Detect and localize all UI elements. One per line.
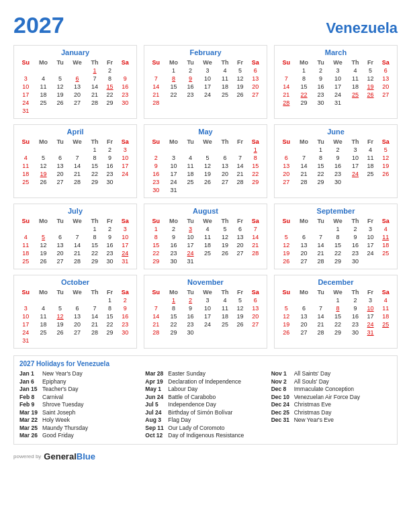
calendar-day: 29	[103, 328, 117, 337]
calendar-day	[247, 328, 263, 337]
month-block-june: JuneSuMoTuWeThFrSa1234567891011121314151…	[274, 124, 398, 198]
calendar-day	[117, 107, 133, 115]
calendar-day: 30	[347, 257, 363, 265]
holiday-date: Mar 25	[19, 425, 40, 431]
calendar-day	[198, 146, 218, 154]
calendar-day	[165, 99, 183, 107]
calendar-day: 7	[87, 75, 103, 83]
calendar-day	[34, 296, 53, 304]
calendar-day	[53, 296, 68, 304]
calendar-day: 8	[148, 233, 165, 241]
calendar-day	[53, 107, 68, 115]
calendar-day: 1	[247, 146, 263, 154]
month-title: April	[17, 128, 133, 136]
powered-by-text: powered by	[13, 453, 41, 459]
calendar-day	[233, 146, 247, 154]
holiday-column-0: Jan 1New Year's DayJan 6EpiphanyJan 15Te…	[19, 370, 140, 440]
calendar-day: 18	[34, 320, 53, 328]
month-block-may: MaySuMoTuWeThFrSa12345678910111213141516…	[144, 124, 267, 198]
calendar-day: 27	[68, 99, 87, 107]
holiday-column-2: Nov 1All Saints' DayNov 2All Souls' DayD…	[271, 370, 392, 440]
calendar-day: 1	[314, 146, 328, 154]
calendar-day: 4	[198, 225, 218, 233]
calendar-day: 5	[278, 233, 295, 241]
calendar-day: 13	[247, 304, 263, 312]
footer: powered by GeneralBlue	[13, 451, 398, 461]
calendar-day: 31	[183, 257, 198, 265]
calendar-day: 23	[103, 170, 117, 178]
holiday-item: Mar 25Maundy Thursday	[19, 425, 140, 431]
calendar-day	[34, 146, 53, 154]
calendar-day	[247, 257, 263, 265]
calendar-table: SuMoTuWeThFrSa12345678910111213141516171…	[278, 138, 394, 186]
calendar-day: 13	[377, 75, 394, 83]
calendar-day: 12	[34, 241, 53, 249]
calendar-day: 21	[68, 170, 87, 178]
calendar-day	[198, 328, 218, 337]
holiday-name: Our Lady of Coromoto	[168, 425, 224, 431]
calendar-day: 3	[198, 296, 218, 304]
calendar-table: SuMoTuWeThFrSa12345678910111213141516171…	[278, 58, 394, 107]
calendar-day	[233, 186, 247, 194]
month-block-february: FebruarySuMoTuWeThFrSa123456789101112131…	[144, 45, 267, 119]
calendar-day: 22	[295, 91, 314, 99]
holiday-date: Feb 9	[19, 401, 40, 408]
calendar-day	[217, 328, 233, 337]
holiday-date: Jan 15	[19, 386, 40, 392]
holiday-date: Dec 10	[271, 394, 291, 400]
month-title: June	[278, 128, 394, 136]
calendar-day: 27	[295, 257, 314, 265]
holiday-item: Jan 15Teacher's Day	[19, 386, 140, 392]
calendar-day: 2	[165, 225, 183, 233]
calendar-day: 21	[247, 241, 263, 249]
calendar-day: 24	[165, 178, 183, 186]
month-block-september: SeptemberSuMoTuWeThFrSa12345678910111213…	[274, 204, 398, 269]
holiday-item: Dec 31New Year's Eve	[271, 416, 392, 423]
calendar-day: 3	[117, 225, 133, 233]
calendar-day: 23	[347, 249, 363, 257]
calendar-day: 3	[347, 146, 363, 154]
calendar-day: 20	[53, 170, 68, 178]
calendar-day: 9	[314, 75, 328, 83]
calendar-day: 3	[17, 304, 34, 312]
holiday-item: Mar 22Holy Week	[19, 416, 140, 423]
calendar-day: 15	[165, 83, 183, 91]
calendar-day: 18	[217, 83, 233, 91]
calendar-day	[377, 178, 394, 186]
calendar-day	[233, 99, 247, 107]
holiday-item: Jan 6Epiphany	[19, 378, 140, 385]
calendar-day: 1	[148, 225, 165, 233]
calendar-day: 25	[183, 178, 198, 186]
calendar-day	[278, 225, 295, 233]
calendar-day: 8	[165, 304, 183, 312]
holiday-item: May 1Labour Day	[145, 386, 265, 392]
calendar-day: 17	[363, 241, 377, 249]
calendar-day: 29	[295, 99, 314, 107]
calendar-day: 12	[278, 312, 295, 320]
calendar-day: 26	[53, 99, 68, 107]
calendar-day: 13	[295, 312, 314, 320]
brand-general: General	[44, 451, 76, 461]
calendar-day: 2	[347, 296, 363, 304]
calendar-day: 16	[183, 312, 198, 320]
calendar-day	[363, 99, 377, 107]
calendar-day: 7	[87, 304, 103, 312]
calendar-day: 18	[17, 249, 34, 257]
calendar-day: 30	[148, 186, 165, 194]
calendar-table: SuMoTuWeThFrSa12345678910111213141516171…	[278, 288, 394, 337]
calendar-day: 12	[278, 241, 295, 249]
calendar-day	[183, 146, 198, 154]
calendar-day: 14	[314, 241, 328, 249]
calendar-day: 10	[165, 162, 183, 170]
calendar-day	[87, 337, 103, 345]
calendar-day: 13	[295, 241, 314, 249]
calendar-day: 25	[17, 257, 34, 265]
calendar-day: 22	[103, 91, 117, 99]
calendar-day	[17, 225, 34, 233]
calendar-day: 3	[165, 154, 183, 162]
calendar-day: 14	[87, 83, 103, 91]
holiday-item: Feb 9Shrove Tuesday	[19, 401, 140, 408]
calendar-day: 11	[17, 241, 34, 249]
holiday-date: Sep 11	[145, 425, 165, 431]
holiday-item: Apr 19Declaration of Independence	[145, 378, 265, 385]
